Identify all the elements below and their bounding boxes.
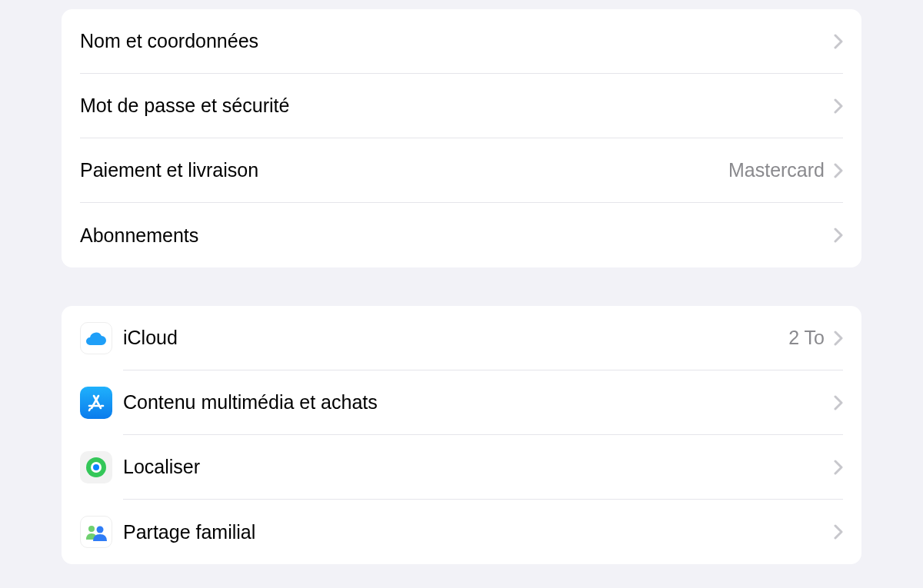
find-my-row[interactable]: Localiser xyxy=(62,435,861,500)
icloud-label: iCloud xyxy=(123,327,788,349)
chevron-right-icon xyxy=(834,228,843,243)
name-contact-row[interactable]: Nom et coordonnées xyxy=(62,9,861,74)
services-group: iCloud 2 To xyxy=(62,306,861,564)
icloud-row[interactable]: iCloud 2 To xyxy=(62,306,861,370)
svg-line-4 xyxy=(89,409,90,410)
media-purchases-label: Contenu multimédia et achats xyxy=(123,391,834,414)
family-sharing-row[interactable]: Partage familial xyxy=(62,500,861,564)
icloud-detail: 2 To xyxy=(788,327,825,349)
find-my-icon xyxy=(80,451,112,483)
payment-shipping-detail: Mastercard xyxy=(728,159,825,181)
appstore-icon xyxy=(80,387,112,419)
svg-point-9 xyxy=(97,527,104,533)
icloud-icon xyxy=(80,322,112,354)
password-security-label: Mot de passe et sécurité xyxy=(80,95,834,117)
chevron-right-icon xyxy=(834,395,843,410)
chevron-right-icon xyxy=(834,34,843,49)
chevron-right-icon xyxy=(834,163,843,178)
subscriptions-label: Abonnements xyxy=(80,224,834,247)
payment-shipping-row[interactable]: Paiement et livraison Mastercard xyxy=(62,138,861,203)
family-sharing-label: Partage familial xyxy=(123,521,834,543)
name-contact-label: Nom et coordonnées xyxy=(80,30,834,52)
family-sharing-icon xyxy=(80,516,112,548)
svg-point-7 xyxy=(93,464,99,470)
account-settings-group: Nom et coordonnées Mot de passe et sécur… xyxy=(62,9,861,267)
password-security-row[interactable]: Mot de passe et sécurité xyxy=(62,74,861,138)
svg-point-8 xyxy=(88,526,95,532)
media-purchases-row[interactable]: Contenu multimédia et achats xyxy=(62,370,861,435)
chevron-right-icon xyxy=(834,524,843,540)
chevron-right-icon xyxy=(834,460,843,475)
find-my-label: Localiser xyxy=(123,456,834,478)
chevron-right-icon xyxy=(834,98,843,114)
chevron-right-icon xyxy=(834,331,843,346)
subscriptions-row[interactable]: Abonnements xyxy=(62,203,861,267)
payment-shipping-label: Paiement et livraison xyxy=(80,159,728,181)
